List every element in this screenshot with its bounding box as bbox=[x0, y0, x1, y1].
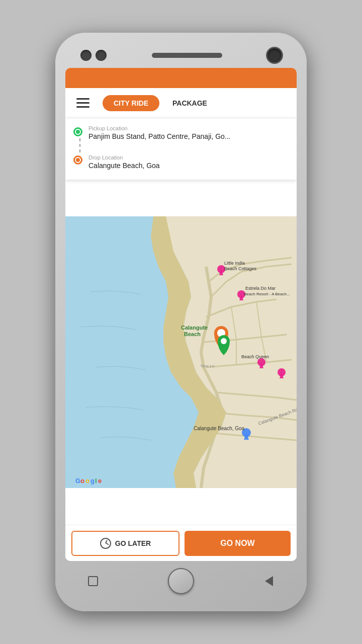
tab-city-ride[interactable]: CITY RIDE bbox=[103, 95, 159, 111]
svg-text:Calangute: Calangute bbox=[181, 325, 208, 331]
drop-value: Calangute Beach, Goa bbox=[88, 162, 160, 170]
svg-text:o: o bbox=[85, 477, 89, 485]
svg-text:Beach Cottages: Beach Cottages bbox=[224, 266, 257, 271]
go-later-label: GO LATER bbox=[115, 539, 151, 547]
svg-point-14 bbox=[221, 338, 227, 344]
location-card: Pickup Location Panjim Bus Stand, Patto … bbox=[65, 118, 297, 180]
svg-text:Estrela Do Mar: Estrela Do Mar bbox=[245, 286, 276, 291]
map-area[interactable]: Little India Beach Cottages Estrela Do M… bbox=[65, 180, 297, 525]
map-svg: Little India Beach Cottages Estrela Do M… bbox=[65, 180, 297, 525]
svg-text:g: g bbox=[90, 477, 95, 485]
camera-dot-right-small bbox=[96, 50, 107, 61]
pickup-text-group: Pickup Location Panjim Bus Stand, Patto … bbox=[88, 125, 230, 140]
hamburger-menu[interactable] bbox=[73, 95, 93, 111]
home-button[interactable] bbox=[168, 568, 194, 594]
square-icon bbox=[88, 576, 98, 586]
recent-apps-button[interactable] bbox=[85, 574, 101, 589]
top-bar bbox=[65, 68, 297, 88]
phone-shell: CITY RIDE PACKAGE Pickup Location Panjim… bbox=[55, 33, 307, 611]
svg-text:Beach: Beach bbox=[184, 331, 201, 337]
drop-icon bbox=[73, 155, 82, 165]
pickup-label: Pickup Location bbox=[88, 125, 230, 131]
nav-bar: CITY RIDE PACKAGE bbox=[65, 88, 297, 118]
back-icon bbox=[265, 576, 273, 586]
svg-text:G: G bbox=[75, 477, 80, 485]
svg-text:Calangute Beach, Goa: Calangute Beach, Goa bbox=[194, 426, 245, 431]
back-button[interactable] bbox=[261, 574, 277, 589]
drop-text-group: Drop Location Calangute Beach, Goa bbox=[88, 154, 160, 170]
clock-icon bbox=[100, 538, 111, 549]
camera-group bbox=[80, 50, 107, 61]
camera-dot-left bbox=[80, 50, 92, 61]
phone-top bbox=[65, 43, 297, 68]
front-camera bbox=[267, 48, 282, 62]
pickup-icon bbox=[73, 127, 82, 136]
pickup-value: Panjim Bus Stand, Patto Centre, Panaji, … bbox=[88, 132, 230, 140]
tab-group: CITY RIDE PACKAGE bbox=[103, 95, 218, 111]
route-dashed-line bbox=[79, 138, 80, 152]
svg-text:Beach Resort - A Beach...: Beach Resort - A Beach... bbox=[244, 292, 290, 296]
phone-bottom bbox=[65, 561, 297, 601]
svg-text:l: l bbox=[95, 477, 97, 485]
svg-text:Beach Queen: Beach Queen bbox=[241, 354, 269, 359]
go-now-label: GO NOW bbox=[220, 539, 254, 548]
drop-label: Drop Location bbox=[88, 154, 160, 160]
go-later-button[interactable]: GO LATER bbox=[71, 531, 179, 556]
svg-text:e: e bbox=[98, 477, 102, 485]
svg-text:o: o bbox=[80, 477, 84, 485]
speaker-bar bbox=[152, 53, 222, 58]
tab-package[interactable]: PACKAGE bbox=[161, 95, 218, 111]
svg-text:Titos Ln: Titos Ln bbox=[200, 364, 214, 368]
screen: CITY RIDE PACKAGE Pickup Location Panjim… bbox=[65, 68, 297, 561]
bottom-bar: GO LATER GO NOW bbox=[65, 525, 297, 561]
go-now-button[interactable]: GO NOW bbox=[185, 531, 291, 556]
pickup-row[interactable]: Pickup Location Panjim Bus Stand, Patto … bbox=[73, 125, 289, 154]
svg-text:Little India: Little India bbox=[224, 261, 245, 266]
drop-row[interactable]: Drop Location Calangute Beach, Goa bbox=[73, 154, 289, 173]
